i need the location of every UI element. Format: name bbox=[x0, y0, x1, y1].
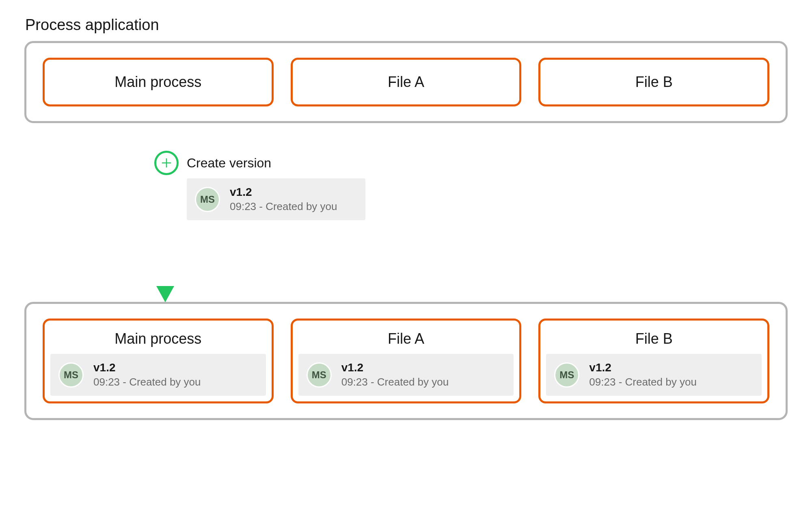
avatar: MS bbox=[554, 362, 579, 388]
version-name: v1.2 bbox=[341, 361, 449, 374]
version-tile: MS v1.2 09:23 - Created by you bbox=[298, 354, 514, 396]
file-label: File B bbox=[635, 74, 673, 91]
avatar: MS bbox=[195, 187, 220, 212]
avatar: MS bbox=[307, 362, 332, 388]
version-meta: 09:23 - Created by you bbox=[93, 376, 201, 388]
version-tile: MS v1.2 09:23 - Created by you bbox=[187, 178, 365, 220]
version-text: v1.2 09:23 - Created by you bbox=[589, 361, 697, 388]
version-tile: MS v1.2 09:23 - Created by you bbox=[546, 354, 762, 396]
file-box-file-a: File A bbox=[291, 58, 522, 106]
file-box-file-b: File B bbox=[538, 58, 769, 106]
flow-arrow bbox=[153, 121, 177, 302]
file-box-file-b: File B MS v1.2 09:23 - Created by you bbox=[538, 319, 769, 403]
version-name: v1.2 bbox=[230, 186, 337, 199]
file-box-main-process: Main process bbox=[43, 58, 274, 106]
version-meta: 09:23 - Created by you bbox=[341, 376, 449, 388]
process-app-container-bottom: Main process MS v1.2 09:23 - Created by … bbox=[24, 302, 788, 420]
svg-marker-1 bbox=[156, 286, 174, 302]
create-version-label: Create version bbox=[187, 156, 271, 171]
create-version-flow: Create version MS v1.2 09:23 - Created b… bbox=[24, 123, 788, 302]
version-meta: 09:23 - Created by you bbox=[589, 376, 697, 388]
file-box-file-a: File A MS v1.2 09:23 - Created by you bbox=[291, 319, 522, 403]
avatar: MS bbox=[58, 362, 84, 388]
file-label: File B bbox=[546, 330, 762, 347]
version-tile: MS v1.2 09:23 - Created by you bbox=[50, 354, 266, 396]
file-box-main-process: Main process MS v1.2 09:23 - Created by … bbox=[43, 319, 274, 403]
version-meta: 09:23 - Created by you bbox=[230, 200, 337, 213]
file-label: Main process bbox=[114, 74, 201, 91]
file-label: File A bbox=[388, 74, 424, 91]
version-text: v1.2 09:23 - Created by you bbox=[341, 361, 449, 388]
version-text: v1.2 09:23 - Created by you bbox=[93, 361, 201, 388]
plus-icon bbox=[154, 151, 179, 175]
version-name: v1.2 bbox=[93, 361, 201, 374]
process-app-container-top: Main process File A File B bbox=[24, 41, 788, 123]
file-label: File A bbox=[298, 330, 514, 347]
page-title: Process application bbox=[25, 16, 788, 34]
version-text: v1.2 09:23 - Created by you bbox=[230, 186, 337, 213]
file-label: Main process bbox=[50, 330, 266, 347]
version-name: v1.2 bbox=[589, 361, 697, 374]
